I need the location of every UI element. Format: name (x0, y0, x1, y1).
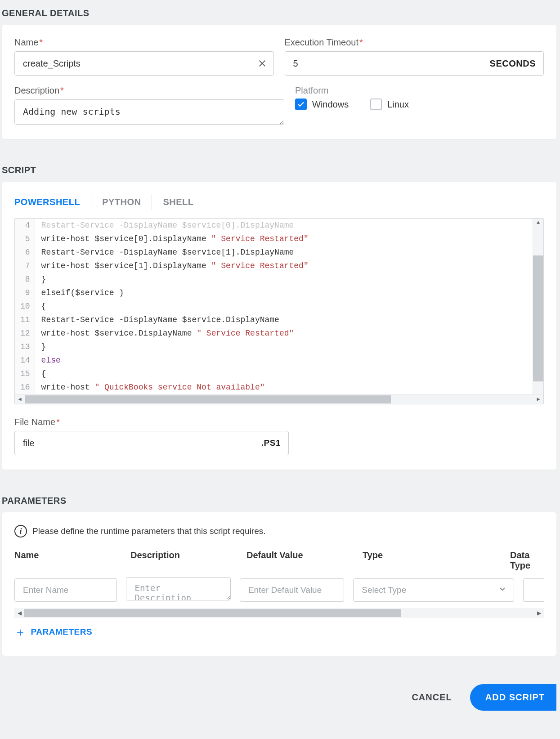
clear-name-icon[interactable] (256, 57, 269, 70)
param-header-default: Default Value (246, 550, 350, 571)
editor-gutter: 4567891011121314151617 (15, 219, 35, 394)
tab-shell[interactable]: SHELL (152, 194, 204, 210)
section-title-general: GENERAL DETAILS (0, 0, 558, 25)
required-star: * (359, 37, 363, 47)
param-header-datatype: Data Type (510, 550, 544, 571)
parameters-header-row: Name Description Default Value Type Data… (14, 550, 544, 571)
param-datatype-select[interactable] (523, 578, 544, 602)
cancel-button[interactable]: CANCEL (406, 686, 457, 709)
name-label-text: Name (14, 37, 38, 47)
section-title-script: SCRIPT (0, 157, 558, 182)
scroll-right-icon[interactable]: ▶ (534, 608, 544, 618)
general-details-panel: Name* Execution Timeout* SECONDS (2, 25, 556, 139)
add-parameters-label: PARAMETERS (31, 627, 93, 637)
description-label: Description* (14, 85, 284, 96)
script-language-tabs: POWERSHELL PYTHON SHELL (14, 194, 544, 210)
tab-powershell[interactable]: POWERSHELL (14, 194, 91, 210)
platform-windows-label: Windows (312, 99, 349, 110)
param-header-type: Type (363, 550, 497, 571)
scroll-right-icon[interactable]: ▶ (533, 394, 543, 404)
param-type-select[interactable] (353, 578, 514, 602)
timeout-label-text: Execution Timeout (285, 37, 359, 47)
description-input[interactable]: Adding new scripts (14, 99, 284, 125)
scroll-left-icon[interactable]: ◀ (14, 608, 24, 618)
plus-icon: ＋ (14, 626, 27, 638)
param-header-description: Description (130, 550, 234, 571)
section-title-parameters: PARAMETERS (0, 488, 558, 512)
scroll-up-icon[interactable]: ▲ (533, 219, 543, 227)
scroll-thumb[interactable] (24, 609, 401, 617)
scroll-thumb[interactable] (25, 395, 391, 403)
tab-python[interactable]: PYTHON (91, 194, 152, 210)
file-name-input[interactable] (14, 431, 289, 455)
parameters-horizontal-scrollbar[interactable]: ◀ ▶ (14, 608, 544, 618)
editor-code-area[interactable]: Restart-Service -DisplayName $service[0]… (35, 219, 543, 394)
platform-windows-checkbox[interactable]: Windows (295, 99, 349, 110)
name-input[interactable] (14, 51, 274, 76)
param-default-input[interactable] (240, 578, 344, 602)
platform-linux-checkbox[interactable]: Linux (370, 99, 409, 110)
required-star: * (60, 85, 64, 95)
description-label-text: Description (14, 85, 59, 95)
scroll-thumb[interactable] (533, 255, 543, 381)
file-name-label-text: File Name (14, 417, 55, 427)
required-star: * (56, 417, 60, 427)
parameter-row (14, 577, 544, 605)
script-panel: POWERSHELL PYTHON SHELL 4567891011121314… (2, 182, 556, 470)
platform-linux-label: Linux (387, 99, 409, 110)
param-description-input[interactable] (126, 577, 230, 600)
parameters-info-text: Please define the runtime parameters tha… (32, 526, 266, 536)
add-script-button[interactable]: ADD SCRIPT (470, 684, 556, 711)
timeout-label: Execution Timeout* (285, 37, 544, 48)
timeout-input[interactable] (285, 51, 544, 76)
file-name-label: File Name* (14, 417, 289, 427)
param-header-name: Name (14, 550, 118, 571)
platform-label: Platform (295, 85, 544, 96)
name-label: Name* (14, 37, 274, 48)
editor-horizontal-scrollbar[interactable]: ◀ ▶ (15, 394, 543, 404)
footer-actions: CANCEL ADD SCRIPT (2, 674, 556, 711)
param-name-input[interactable] (14, 578, 117, 602)
scroll-left-icon[interactable]: ◀ (15, 394, 25, 404)
code-editor[interactable]: 4567891011121314151617 Restart-Service -… (14, 218, 544, 404)
editor-vertical-scrollbar[interactable]: ▲ ▼ (533, 219, 543, 394)
check-icon (295, 99, 307, 110)
add-parameters-button[interactable]: ＋ PARAMETERS (14, 626, 544, 638)
required-star: * (39, 37, 43, 47)
parameters-panel: i Please define the runtime parameters t… (2, 512, 556, 656)
info-icon: i (14, 525, 27, 537)
check-icon (370, 99, 382, 110)
